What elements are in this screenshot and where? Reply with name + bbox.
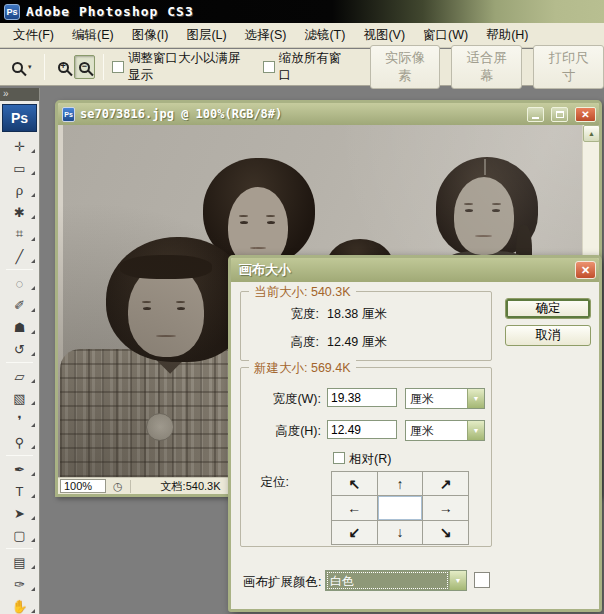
- eyedropper-tool[interactable]: ✑: [0, 573, 39, 595]
- anchor-cell-s[interactable]: ↓: [378, 521, 423, 544]
- menu-image[interactable]: 图像(I): [123, 24, 178, 47]
- extension-color-value: 白色: [326, 571, 449, 590]
- checkbox-icon[interactable]: [112, 61, 124, 73]
- anchor-cell-center[interactable]: [378, 496, 423, 519]
- photoshop-app-icon: Ps: [4, 4, 20, 20]
- type-tool-icon: T: [16, 484, 24, 499]
- zoom-out-icon: −: [79, 62, 90, 73]
- anchor-cell-e[interactable]: →: [423, 496, 468, 519]
- rect-marquee-tool[interactable]: ▭: [0, 157, 39, 179]
- height-unit-value: 厘米: [406, 421, 467, 440]
- chevron-down-icon[interactable]: ▼: [467, 389, 484, 408]
- burn-tool[interactable]: ⚲: [0, 431, 39, 453]
- quick-selection-tool[interactable]: ✱: [0, 201, 39, 223]
- width-unit-select[interactable]: 厘米 ▼: [405, 388, 485, 409]
- print-size-button[interactable]: 打印尺寸: [533, 45, 604, 89]
- menu-select[interactable]: 选择(S): [236, 24, 296, 47]
- checkbox-icon[interactable]: [263, 61, 275, 73]
- crop-tool[interactable]: ⌗: [0, 223, 39, 245]
- zoom-in-button[interactable]: +: [53, 55, 74, 79]
- gradient-tool[interactable]: ▧: [0, 387, 39, 409]
- history-brush-tool-icon: ↺: [14, 342, 25, 357]
- minimize-button[interactable]: [527, 107, 544, 122]
- document-titlebar[interactable]: Ps se7073816.jpg @ 100%(RGB/8#) ✕: [58, 103, 599, 125]
- zoom-out-button[interactable]: −: [74, 55, 95, 79]
- hand-tool[interactable]: ✋: [0, 595, 39, 614]
- zoom-level-field[interactable]: 100%: [60, 479, 106, 493]
- lasso-tool[interactable]: ρ: [0, 179, 39, 201]
- pen-tool[interactable]: ✒: [0, 458, 39, 480]
- menu-layer[interactable]: 图层(L): [177, 24, 235, 47]
- status-clock-icon[interactable]: ◷: [113, 480, 123, 493]
- rectangle-shape-tool-icon: ▢: [13, 528, 25, 543]
- quick-selection-tool-icon: ✱: [14, 205, 25, 220]
- menu-file[interactable]: 文件(F): [4, 24, 63, 47]
- fit-screen-button[interactable]: 适合屏幕: [451, 45, 522, 89]
- eraser-tool[interactable]: ▱: [0, 365, 39, 387]
- slice-tool[interactable]: ╱: [0, 245, 39, 267]
- anchor-cell-sw[interactable]: ↙: [332, 521, 377, 544]
- chevron-down-icon[interactable]: ▼: [449, 571, 466, 590]
- menu-help[interactable]: 帮助(H): [477, 24, 537, 47]
- maximize-button[interactable]: [551, 107, 568, 122]
- history-brush-tool[interactable]: ↺: [0, 338, 39, 360]
- document-size-label[interactable]: 文档:540.3K: [161, 479, 221, 494]
- spot-healing-tool[interactable]: ◌: [0, 272, 39, 294]
- fit-window-checkbox[interactable]: 调整窗口大小以满屏显示: [112, 50, 247, 84]
- document-title: se7073816.jpg @ 100%(RGB/8#): [80, 107, 520, 121]
- photo-girl-right-face: [454, 177, 514, 255]
- anchor-cell-ne[interactable]: ↗: [423, 472, 468, 495]
- clone-stamp-tool[interactable]: ☗: [0, 316, 39, 338]
- menu-edit[interactable]: 编辑(E): [63, 24, 123, 47]
- rect-marquee-tool-icon: ▭: [13, 161, 25, 176]
- menu-filter[interactable]: 滤镜(T): [295, 24, 354, 47]
- canvas-size-dialog: 画布大小 ✕ 当前大小: 540.3K 宽度: 18.38 厘米 高度: 12.…: [228, 255, 602, 612]
- blur-tool-icon: ❜: [17, 413, 21, 428]
- current-size-legend: 当前大小: 540.3K: [249, 284, 356, 301]
- maximize-icon: [556, 111, 564, 118]
- actual-pixels-button[interactable]: 实际像素: [370, 45, 441, 89]
- height-unit-select[interactable]: 厘米 ▼: [405, 420, 485, 441]
- move-tool-icon: ✛: [14, 139, 25, 154]
- photo-girl-front-fringe: [120, 255, 212, 279]
- dialog-titlebar[interactable]: 画布大小 ✕: [231, 258, 599, 282]
- new-width-input[interactable]: [327, 388, 397, 407]
- anchor-cell-n[interactable]: ↑: [378, 472, 423, 495]
- zoom-all-windows-checkbox[interactable]: 缩放所有窗口: [263, 50, 343, 84]
- new-height-input[interactable]: [327, 420, 397, 439]
- new-width-label: 宽度(W):: [241, 391, 321, 408]
- minimize-icon: [532, 117, 539, 119]
- brush-tool[interactable]: ✐: [0, 294, 39, 316]
- close-icon: ✕: [581, 264, 590, 277]
- menu-window[interactable]: 窗口(W): [414, 24, 477, 47]
- slice-tool-icon: ╱: [16, 249, 24, 264]
- zoom-tool-preset[interactable]: ▾: [8, 60, 36, 75]
- document-close-button[interactable]: ✕: [575, 107, 596, 122]
- anchor-grid: ↖ ↑ ↗ ← → ↙ ↓ ↘: [331, 471, 469, 545]
- type-tool[interactable]: T: [0, 480, 39, 502]
- photoshop-window: Ps Adobe Photoshop CS3 文件(F) 编辑(E) 图像(I)…: [0, 0, 604, 614]
- extension-color-swatch[interactable]: [474, 572, 490, 588]
- chevron-down-icon[interactable]: ▼: [467, 421, 484, 440]
- relative-checkbox[interactable]: [333, 452, 345, 464]
- anchor-cell-nw[interactable]: ↖: [332, 472, 377, 495]
- extension-color-select[interactable]: 白色 ▼: [325, 570, 467, 591]
- scroll-up-button[interactable]: ▲: [583, 125, 600, 142]
- relative-label: 相对(R): [349, 451, 391, 468]
- ok-button[interactable]: 确定: [505, 298, 591, 319]
- crop-tool-icon: ⌗: [16, 226, 23, 242]
- chevron-down-icon[interactable]: ▾: [28, 63, 32, 71]
- notes-tool[interactable]: ▤: [0, 551, 39, 573]
- move-tool[interactable]: ✛: [0, 135, 39, 157]
- menu-view[interactable]: 视图(V): [354, 24, 414, 47]
- rectangle-shape-tool[interactable]: ▢: [0, 524, 39, 546]
- current-height-label: 高度:: [253, 334, 319, 351]
- dialog-close-button[interactable]: ✕: [575, 261, 596, 279]
- anchor-cell-se[interactable]: ↘: [423, 521, 468, 544]
- cancel-button[interactable]: 取消: [505, 325, 591, 346]
- path-selection-tool[interactable]: ➤: [0, 502, 39, 524]
- current-size-group: 当前大小: 540.3K 宽度: 18.38 厘米 高度: 12.49 厘米: [240, 291, 492, 361]
- blur-tool[interactable]: ❜: [0, 409, 39, 431]
- toolbox-collapse-button[interactable]: »: [0, 88, 39, 101]
- anchor-cell-w[interactable]: ←: [332, 496, 377, 519]
